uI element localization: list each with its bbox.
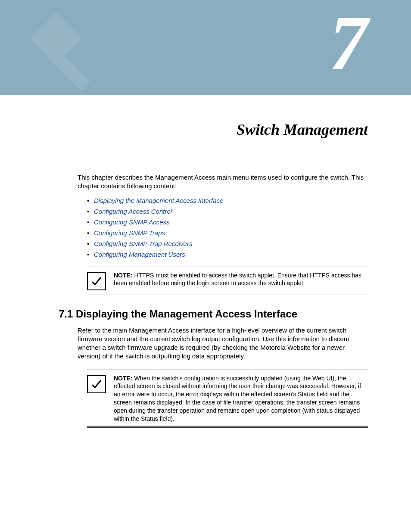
note-text: NOTE: When the switch's configuration is… (114, 373, 368, 423)
section-heading: 7.1 Displaying the Management Access Int… (59, 308, 368, 320)
list-item: Configuring SNMP Traps (87, 229, 368, 236)
note-label: NOTE: (114, 375, 133, 382)
checkmark-icon (87, 272, 106, 290)
chapter-title: Switch Management (78, 121, 368, 139)
toc-link[interactable]: Configuring SNMP Access (94, 218, 170, 226)
section-number: 7.1 (59, 308, 73, 320)
list-item: Configuring SNMP Access (87, 218, 368, 226)
section-body: Refer to the main Management Access inte… (78, 326, 368, 361)
chapter-header-band: 7 (0, 0, 411, 95)
section-title: Displaying the Management Access Interfa… (76, 308, 297, 320)
toc-link[interactable]: Configuring Access Control (94, 208, 172, 215)
note-callout: NOTE: When the switch's configuration is… (87, 369, 368, 428)
chapter-number: 7 (329, 4, 368, 82)
note-body: When the switch's configuration is succe… (114, 375, 361, 422)
list-item: Displaying the Management Access Interfa… (87, 197, 368, 204)
note-text: NOTE: HTTPS must be enabled to access th… (114, 271, 368, 288)
toc-link[interactable]: Configuring Management Users (94, 251, 185, 258)
note-callout: NOTE: HTTPS must be enabled to access th… (87, 266, 368, 295)
toc-link[interactable]: Configuring SNMP Traps (94, 229, 165, 236)
page-content: Switch Management This chapter describes… (0, 95, 411, 428)
chapter-intro: This chapter describes the Management Ac… (78, 173, 368, 191)
list-item: Configuring SNMP Trap Receivers (87, 240, 368, 247)
note-label: NOTE: (114, 272, 133, 279)
toc-link[interactable]: Displaying the Management Access Interfa… (94, 197, 223, 204)
chapter-links-list: Displaying the Management Access Interfa… (87, 197, 368, 258)
header-decoration-icon (17, 9, 112, 95)
list-item: Configuring Management Users (87, 251, 368, 258)
toc-link[interactable]: Configuring SNMP Trap Receivers (94, 240, 192, 247)
list-item: Configuring Access Control (87, 208, 368, 215)
checkmark-icon (87, 375, 106, 393)
note-body: HTTPS must be enabled to access the swit… (114, 272, 361, 287)
